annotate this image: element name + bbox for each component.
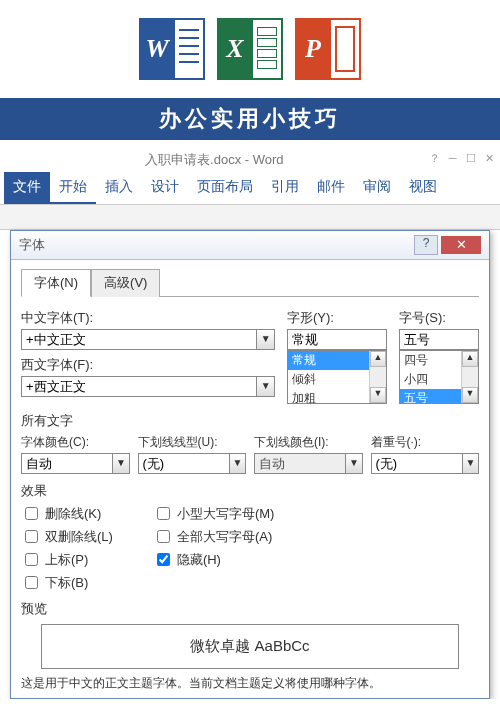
dialog-tabs: 字体(N) 高级(V) (21, 268, 479, 297)
tab-ref[interactable]: 引用 (262, 172, 308, 204)
dropdown-icon[interactable]: ▼ (463, 453, 479, 474)
western-font-input[interactable] (21, 376, 257, 397)
chinese-font-combo[interactable]: ▼ (21, 329, 275, 350)
dialog-title: 字体 (19, 236, 414, 254)
label-preview: 预览 (21, 600, 479, 618)
tab-mail[interactable]: 邮件 (308, 172, 354, 204)
label-effects: 效果 (21, 482, 479, 500)
chk-sup[interactable]: 上标(P) (21, 550, 113, 569)
banner-title: 办公实用小技巧 (0, 98, 500, 140)
size-item[interactable]: 五号 (400, 389, 461, 404)
tab-file[interactable]: 文件 (4, 172, 50, 204)
western-font-combo[interactable]: ▼ (21, 376, 275, 397)
style-item[interactable]: 倾斜 (288, 370, 369, 389)
word-icon: W (139, 18, 205, 80)
label-size: 字号(S): (399, 309, 479, 327)
help-button[interactable]: ? (414, 235, 438, 255)
label-style: 字形(Y): (287, 309, 387, 327)
dialog-titlebar: 字体 ? ✕ (11, 231, 489, 260)
excel-icon: X (217, 18, 283, 80)
style-listbox[interactable]: 常规 倾斜 加粗 ▲▼ (287, 350, 387, 404)
font-dialog: 字体 ? ✕ 字体(N) 高级(V) 中文字体(T): ▼ 西文字体(F): ▼… (10, 230, 490, 699)
tab-font[interactable]: 字体(N) (21, 269, 91, 297)
label-wfont: 西文字体(F): (21, 356, 275, 374)
ribbon-body (0, 205, 500, 230)
emphasis-combo[interactable]: ▼ (371, 453, 480, 474)
tab-layout[interactable]: 页面布局 (188, 172, 262, 204)
office-icons: W X P (0, 18, 500, 80)
tab-view[interactable]: 视图 (400, 172, 446, 204)
label-alltext: 所有文字 (21, 412, 479, 430)
tab-design[interactable]: 设计 (142, 172, 188, 204)
doc-title: 入职申请表.docx - Word (145, 152, 283, 167)
style-item[interactable]: 加粗 (288, 389, 369, 404)
dropdown-icon[interactable]: ▼ (257, 329, 275, 350)
tab-review[interactable]: 审阅 (354, 172, 400, 204)
window-controls[interactable]: ？ ─ ☐ ✕ (429, 151, 494, 166)
underline-color-combo[interactable]: ▼ (254, 453, 363, 474)
tab-advanced[interactable]: 高级(V) (91, 269, 160, 297)
size-input[interactable] (399, 329, 479, 350)
chk-dstrike[interactable]: 双删除线(L) (21, 527, 113, 546)
label-ucolor: 下划线颜色(I): (254, 434, 363, 451)
label-utype: 下划线线型(U): (138, 434, 247, 451)
chk-smallcaps[interactable]: 小型大写字母(M) (153, 504, 275, 523)
style-item[interactable]: 常规 (288, 351, 369, 370)
ribbon-tabs: 文件 开始 插入 设计 页面布局 引用 邮件 审阅 视图 (0, 172, 500, 205)
dropdown-icon[interactable]: ▼ (257, 376, 275, 397)
close-button[interactable]: ✕ (441, 236, 481, 254)
ppt-icon: P (295, 18, 361, 80)
word-titlebar: ？ ─ ☐ ✕ 入职申请表.docx - Word (0, 146, 500, 172)
label-fcolor: 字体颜色(C): (21, 434, 130, 451)
dropdown-icon[interactable]: ▼ (113, 453, 129, 474)
tab-insert[interactable]: 插入 (96, 172, 142, 204)
dropdown-icon[interactable]: ▼ (230, 453, 246, 474)
style-input[interactable] (287, 329, 387, 350)
size-item[interactable]: 四号 (400, 351, 461, 370)
scrollbar[interactable]: ▲▼ (461, 351, 478, 403)
dropdown-icon: ▼ (346, 453, 362, 474)
tab-home[interactable]: 开始 (50, 172, 96, 204)
label-emark: 着重号(·): (371, 434, 480, 451)
chk-allcaps[interactable]: 全部大写字母(A) (153, 527, 275, 546)
size-listbox[interactable]: 四号 小四 五号 ▲▼ (399, 350, 479, 404)
chinese-font-input[interactable] (21, 329, 257, 350)
scrollbar[interactable]: ▲▼ (369, 351, 386, 403)
size-item[interactable]: 小四 (400, 370, 461, 389)
banner: W X P (0, 0, 500, 98)
chk-sub[interactable]: 下标(B) (21, 573, 113, 592)
underline-type-combo[interactable]: ▼ (138, 453, 247, 474)
footnote: 这是用于中文的正文主题字体。当前文档主题定义将使用哪种字体。 (21, 675, 479, 692)
chk-strike[interactable]: 删除线(K) (21, 504, 113, 523)
label-cfont: 中文字体(T): (21, 309, 275, 327)
word-window: ？ ─ ☐ ✕ 入职申请表.docx - Word 文件 开始 插入 设计 页面… (0, 146, 500, 230)
font-color-combo[interactable]: ▼ (21, 453, 130, 474)
chk-hidden[interactable]: 隐藏(H) (153, 550, 275, 569)
preview-box: 微软卓越 AaBbCc (41, 624, 459, 669)
